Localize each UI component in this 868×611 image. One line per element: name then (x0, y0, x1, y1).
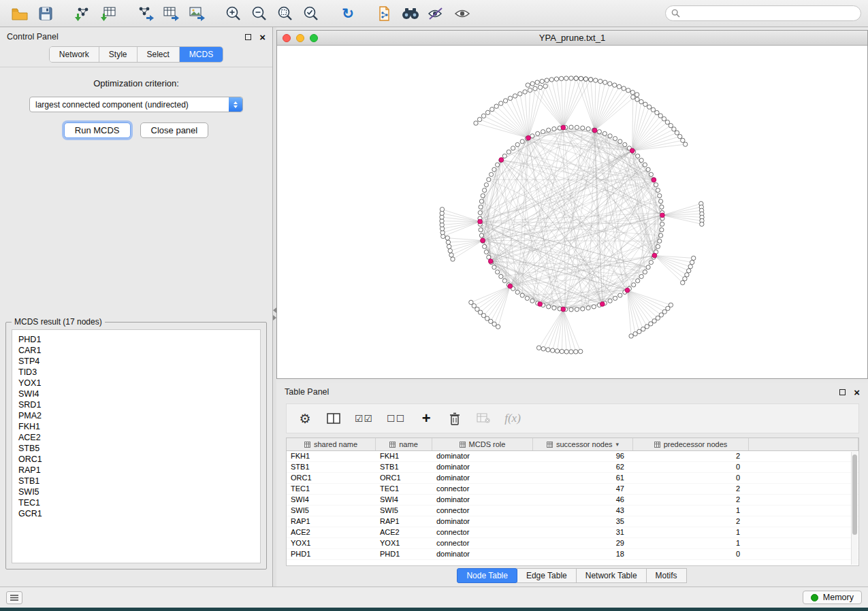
find-button[interactable] (398, 3, 423, 24)
mcds-result-item[interactable]: STP4 (18, 356, 254, 367)
import-table-button[interactable] (95, 3, 121, 24)
memory-button[interactable]: Memory (803, 591, 862, 604)
window-zoom-icon[interactable] (310, 34, 318, 42)
export-image-button[interactable] (184, 3, 210, 24)
export-network-button[interactable] (132, 3, 158, 24)
float-panel-icon[interactable] (245, 34, 251, 40)
clear-selection-button[interactable]: ☐☐ (387, 410, 405, 427)
run-mcds-button[interactable]: Run MCDS (64, 122, 131, 138)
table-panel-title: Table Panel (285, 387, 329, 397)
function-builder-button[interactable]: f(x) (504, 410, 521, 427)
column-header-name[interactable]: name (376, 438, 432, 450)
float-table-panel-icon[interactable] (839, 389, 846, 395)
table-row[interactable]: FKH1FKH1dominator962 (287, 451, 858, 462)
table-row[interactable]: TEC1TEC1connector472 (287, 484, 858, 495)
close-panel-button[interactable]: Close panel (140, 122, 209, 138)
table-row[interactable]: RAP1RAP1dominator352 (287, 516, 858, 527)
table-cell: FKH1 (287, 451, 376, 461)
tab-edge-table[interactable]: Edge Table (517, 568, 577, 583)
save-session-button[interactable] (33, 3, 59, 24)
table-cell: connector (432, 538, 533, 548)
export-table-icon (162, 5, 180, 22)
table-row[interactable]: PHD1PHD1dominator180 (287, 549, 858, 560)
mcds-result-item[interactable]: ACE2 (18, 432, 254, 443)
table-scrollbar[interactable] (851, 452, 858, 565)
add-row-button[interactable]: + (419, 410, 434, 427)
table-row[interactable]: ACE2ACE2connector311 (287, 527, 858, 538)
open-session-button[interactable] (7, 3, 33, 24)
desktop-background-strip (0, 608, 868, 611)
table-row[interactable]: YOX1YOX1connector291 (287, 538, 858, 549)
delete-table-button[interactable] (476, 410, 491, 427)
column-header-shared-name[interactable]: shared name (287, 438, 376, 450)
refresh-view-button[interactable]: ↻ (335, 3, 361, 24)
mcds-result-item[interactable]: TID3 (18, 367, 254, 378)
show-hide-button[interactable] (449, 3, 475, 24)
mcds-result-item[interactable]: SRD1 (18, 399, 254, 410)
memory-status-icon (811, 594, 818, 601)
mcds-result-item[interactable]: ORC1 (18, 454, 254, 465)
zoom-in-button[interactable] (221, 3, 246, 24)
clone-network-button[interactable] (372, 3, 398, 24)
mcds-result-item[interactable]: PMA2 (18, 410, 254, 421)
mcds-result-item[interactable]: GCR1 (18, 508, 254, 519)
mcds-tab-content: Optimization criterion: largest connecte… (0, 67, 272, 138)
mcds-result-item[interactable]: STB5 (18, 443, 254, 454)
table-row[interactable]: STB1STB1dominator620 (287, 462, 858, 473)
column-header-successor-nodes[interactable]: successor nodes ▾ (533, 438, 633, 450)
table-cell: RAP1 (287, 516, 376, 527)
column-header-mcds-role[interactable]: MCDS role (432, 438, 533, 450)
column-label: MCDS role (469, 440, 506, 448)
global-search-input[interactable] (684, 9, 855, 18)
zoom-fit-button[interactable] (272, 3, 298, 24)
tab-network-table[interactable]: Network Table (576, 568, 647, 583)
tab-select[interactable]: Select (138, 47, 180, 62)
import-network-button[interactable] (69, 3, 95, 24)
tab-node-table[interactable]: Node Table (457, 568, 517, 583)
show-columns-button[interactable] (326, 410, 341, 427)
status-menu-button[interactable] (6, 591, 22, 604)
table-row[interactable]: SWI4SWI4dominator462 (287, 495, 858, 506)
table-body: FKH1FKH1dominator962STB1STB1dominator620… (287, 451, 858, 560)
zoom-out-button[interactable] (246, 3, 272, 24)
window-minimize-icon[interactable] (296, 34, 304, 42)
delete-row-button[interactable] (447, 410, 462, 427)
criterion-dropdown[interactable]: largest connected component (undirected) (29, 97, 243, 112)
table-settings-button[interactable]: ⚙ (298, 410, 312, 427)
mcds-result-list[interactable]: PHD1CAR1STP4TID3YOX1SWI4SRD1PMA2FKH1ACE2… (12, 329, 261, 563)
mcds-result-item[interactable]: CAR1 (18, 345, 254, 356)
table-row[interactable]: SWI5SWI5connector431 (287, 506, 858, 516)
select-all-button[interactable]: ☑☑ (355, 410, 373, 427)
unchecked-boxes-icon: ☐☐ (387, 413, 405, 424)
mcds-result-item[interactable]: STB1 (18, 476, 254, 486)
window-close-icon[interactable] (283, 34, 291, 42)
network-canvas[interactable] (277, 46, 867, 378)
table-cell (749, 527, 858, 538)
toggle-graphics-details-button[interactable] (423, 3, 449, 24)
table-cell: 61 (533, 473, 633, 483)
tab-motifs[interactable]: Motifs (646, 568, 687, 583)
table-row[interactable]: ORC1ORC1dominator610 (287, 473, 858, 484)
mcds-result-item[interactable]: SWI5 (18, 486, 254, 497)
mcds-result-item[interactable]: FKH1 (18, 421, 254, 432)
tab-style[interactable]: Style (99, 47, 138, 62)
zoom-selected-button[interactable] (298, 3, 324, 24)
table-cell: 2 (633, 495, 749, 505)
tab-mcds[interactable]: MCDS (180, 47, 223, 62)
mcds-result-item[interactable]: PHD1 (18, 334, 254, 345)
scrollbar-thumb[interactable] (852, 455, 857, 535)
close-panel-icon[interactable]: × (259, 34, 266, 40)
table-cell: 1 (633, 538, 749, 548)
mcds-result-item[interactable]: SWI4 (18, 389, 254, 399)
column-type-icon (654, 442, 660, 448)
mcds-result-item[interactable]: YOX1 (18, 378, 254, 389)
column-header-predecessor-nodes[interactable]: predecessor nodes (633, 438, 749, 450)
global-search (665, 5, 861, 21)
network-graph[interactable] (277, 46, 867, 378)
mcds-result-item[interactable]: TEC1 (18, 497, 254, 508)
close-table-panel-icon[interactable]: × (854, 389, 860, 395)
mcds-result-item[interactable]: RAP1 (18, 465, 254, 476)
table-cell: SWI5 (287, 506, 376, 516)
tab-network[interactable]: Network (50, 47, 99, 62)
export-table-button[interactable] (158, 3, 184, 24)
